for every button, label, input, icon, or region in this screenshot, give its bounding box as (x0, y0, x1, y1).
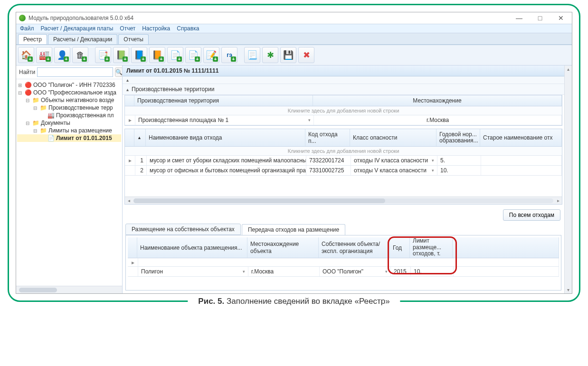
tool-page-icon[interactable]: 📃 (244, 47, 260, 63)
grid2-row1-year[interactable]: 5. (437, 156, 481, 165)
grid3-h-blank (453, 237, 559, 258)
inner-tabs: Размещение на собственных объектах Перед… (123, 222, 564, 235)
tool-doc7-icon[interactable]: 📝+ (203, 47, 219, 63)
maximize-button[interactable]: □ (534, 14, 546, 22)
grid3-row1-owner[interactable]: ООО "Полигон"▾ (320, 267, 391, 276)
tool-star-icon[interactable]: ✱ (262, 47, 278, 63)
toolbar: 🏠+ 🏭+ 👤+ 🗑+ 📑+ 📗+ 📘+ 📙+ 📄+ 📄+ 📝+ гэ+ 📃 ✱… (16, 45, 572, 66)
tab-reports[interactable]: Отчеты (118, 34, 148, 44)
tree-node-objects[interactable]: ⊟📁 Объекты негативного возде (17, 96, 121, 104)
close-button[interactable]: ✕ (555, 14, 567, 22)
collapse-row-1[interactable]: ▴ (123, 76, 564, 84)
scroll-left-icon[interactable]: ◂ (125, 198, 133, 203)
grid1-h-location[interactable]: Местонахождение (313, 95, 562, 106)
grid2-h-year[interactable]: Годовой нор... образования... (436, 129, 480, 146)
grid2-row2-year[interactable]: 10. (437, 166, 481, 175)
tool-doc1-icon[interactable]: 📑+ (95, 47, 111, 63)
grid2-row2-code[interactable]: 73310002725 (306, 166, 351, 175)
grid2-add-row-hint[interactable]: Кликните здесь для добавления новой стро… (125, 147, 562, 156)
tool-doc6-icon[interactable]: 📄+ (185, 47, 201, 63)
tab-calc-decl[interactable]: Расчеты / Декларации (48, 34, 117, 44)
tree-node-limits[interactable]: ⊟📁 Лимиты на размещение (17, 127, 121, 134)
tree-node-prod-terr[interactable]: ⊟📁 Производственные терр (17, 104, 121, 112)
tool-delete-icon[interactable]: ✖ (298, 47, 314, 63)
grid3-empty-row[interactable]: ▸ (128, 258, 559, 267)
tree-scroll-thumb[interactable] (19, 288, 57, 292)
menu-help[interactable]: Справка (177, 25, 199, 32)
tool-doc4-icon[interactable]: 📙+ (149, 47, 165, 63)
grid2-row1-old[interactable] (481, 156, 562, 165)
grid3-row1-year[interactable]: 2015 (391, 267, 411, 276)
btn-all-waste[interactable]: По всем отходам (503, 209, 560, 221)
tool-doc2-icon[interactable]: 📗+ (113, 47, 129, 63)
grid2-row2-class[interactable]: отходы V класса опасности▾ (351, 166, 437, 175)
find-input[interactable] (37, 67, 113, 77)
grid3-row1-limit[interactable]: 10. (411, 267, 454, 276)
hscroll-thumb[interactable] (133, 198, 385, 203)
tool-trash-icon[interactable]: 🗑+ (72, 47, 88, 63)
grid2-row1-class[interactable]: отходы IV класса опасности▾ (351, 156, 437, 165)
grid2-row2-name[interactable]: мусор от офисных и бытовых помещений орг… (147, 166, 306, 175)
scroll-right-icon[interactable]: ▸ (554, 198, 562, 203)
grid-placement: Наименование объекта размещения... Место… (128, 237, 559, 277)
grid2-h-code[interactable]: Код отхода п... (305, 129, 350, 146)
minimize-button[interactable]: — (513, 14, 525, 22)
section-territories[interactable]: ▴ Производственные территории (123, 84, 564, 95)
tab-registry[interactable]: Реестр (18, 34, 47, 44)
grid2-row-1[interactable]: ▸ 1 мусор и смет от уборки складских пом… (125, 156, 562, 166)
grid3-h-owner[interactable]: Собственник объекта/экспл. организация (319, 237, 390, 258)
grid2-h-num[interactable]: ▲ (134, 129, 146, 146)
tool-user-icon[interactable]: 👤+ (54, 47, 70, 63)
search-icon[interactable]: 🔍 (115, 67, 123, 77)
tree-node-org-1[interactable]: ⊞🔴 ООО "Полигон" - ИНН 7702336 (17, 81, 121, 89)
menu-file[interactable]: Файл (20, 25, 34, 32)
grid2-indicator-header (125, 129, 134, 146)
tool-factory-icon[interactable]: 🏭+ (36, 47, 52, 63)
grid2-hscroll[interactable]: ◂ ▸ (125, 197, 562, 204)
grid2-row1-name[interactable]: мусор и смет от уборки складских помещен… (147, 156, 306, 165)
grid1-add-row-hint[interactable]: Кликните здесь для добавления новой стро… (125, 106, 562, 115)
grid2-h-old[interactable]: Старое наименование отх (480, 129, 562, 146)
content-header: Лимит от 01.01.2015 № 1111/1111 (123, 66, 564, 76)
grid3-h-limit[interactable]: Лимит размеще... отходов, т. (410, 237, 453, 258)
tree-scrollbar[interactable] (16, 286, 122, 293)
inner-tab-transfer[interactable]: Передача отходов на размещение (242, 224, 345, 235)
grid3-row1-loc[interactable]: г.Москва (248, 267, 320, 276)
tree-node-documents[interactable]: ⊟📁 Документы (17, 119, 121, 127)
tool-home-icon[interactable]: 🏠+ (18, 47, 34, 63)
tool-doc5-icon[interactable]: 📄+ (167, 47, 183, 63)
grid3-row-1[interactable]: Полигон▾ г.Москва ООО "Полигон"▾ 2015 10… (128, 267, 559, 277)
menu-calc[interactable]: Расчет / Декларация платы (41, 25, 114, 32)
grid2-row2-old[interactable] (481, 166, 562, 175)
grid1-c-location[interactable]: г.Москва (314, 115, 562, 125)
top-tabs: Реестр Расчеты / Декларации Отчеты (16, 33, 572, 45)
figure-caption: Рис. 5. Заполнение сведений во вкладке «… (188, 297, 400, 306)
tool-save-icon[interactable]: 💾 (280, 47, 296, 63)
tree-node-limit-2015[interactable]: 📄 Лимит от 01.01.2015 (17, 134, 121, 142)
menu-settings[interactable]: Настройка (142, 25, 170, 32)
grid3-row1-name[interactable]: Полигон▾ (138, 267, 248, 276)
tree-node-prod-area[interactable]: 🏭 Производственная пл (17, 112, 121, 119)
grid1-h-territory[interactable]: Производственная территория (134, 95, 313, 106)
grid2-h-name[interactable]: Наименование вида отхода (146, 129, 305, 146)
tool-ge-icon[interactable]: гэ+ (221, 47, 237, 63)
grid3-h-year[interactable]: Год (390, 237, 410, 258)
grid2-h-class[interactable]: Класс опасности (350, 129, 436, 146)
scroll-up-icon[interactable]: ▴ (567, 66, 569, 72)
grid2-row-2[interactable]: 2 мусор от офисных и бытовых помещений о… (125, 166, 562, 176)
grid-waste: ▲ Наименование вида отхода Код отхода п.… (124, 129, 562, 205)
grid1-row-1[interactable]: ▸ Производственная площадка № 1▾ г.Москв… (125, 115, 562, 125)
grid3-row1-indicator (128, 267, 138, 276)
tool-doc3-icon[interactable]: 📘+ (131, 47, 147, 63)
menubar: Файл Расчет / Декларация платы Отчет Нас… (16, 24, 572, 33)
scroll-down-icon[interactable]: ▾ (567, 287, 569, 292)
tree-node-org-2[interactable]: ⊟🔴 ООО "Профессиональное изда (17, 89, 121, 96)
grid1-header: Производственная территория Местонахожде… (125, 95, 562, 106)
grid2-row1-code[interactable]: 73322001724 (306, 156, 351, 165)
grid3-h-loc[interactable]: Местонахождение объекта (247, 237, 319, 258)
grid1-c-territory[interactable]: Производственная площадка № 1▾ (135, 115, 314, 125)
grid3-h-name[interactable]: Наименование объекта размещения... (137, 237, 247, 258)
inner-tab-own[interactable]: Размещение на собственных объектах (125, 224, 241, 235)
content-vscrollbar[interactable]: ▴ ▾ (564, 66, 572, 293)
menu-report[interactable]: Отчет (120, 25, 135, 32)
